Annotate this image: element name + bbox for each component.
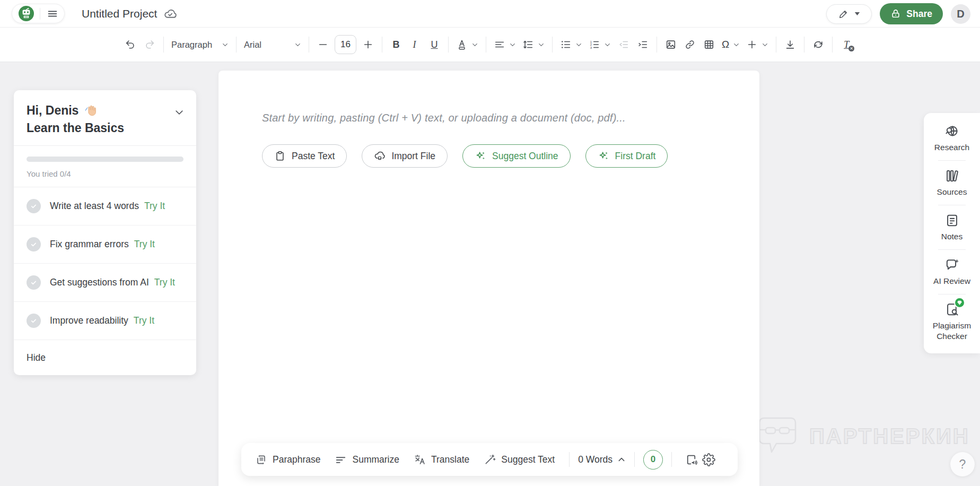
caret-down-icon: [854, 12, 860, 16]
settings-button[interactable]: [702, 453, 715, 466]
sidebar-divider: [938, 205, 966, 205]
check-icon: [27, 314, 41, 328]
undo-button[interactable]: [121, 34, 140, 55]
summarize-button[interactable]: Summarize: [335, 454, 399, 466]
suggest-outline-button[interactable]: Suggest Outline: [462, 144, 571, 168]
gem-icon: [954, 297, 965, 308]
svg-text:3: 3: [590, 46, 592, 49]
text-color-icon: [456, 39, 468, 50]
sidebar-divider: [938, 249, 966, 250]
sidebar-item-plagiarism-checker[interactable]: Plagiarism Checker: [924, 302, 980, 342]
editor-surface[interactable]: Start by writing, pasting (Ctrl + V) tex…: [218, 71, 759, 486]
chevron-up-icon: [617, 455, 626, 464]
paraphrase-button[interactable]: Paraphrase: [255, 454, 320, 466]
try-it-link[interactable]: Try It: [134, 239, 155, 250]
clear-format-icon: T ✕: [844, 39, 849, 50]
indent-button[interactable]: [633, 34, 652, 55]
text-color-button[interactable]: [453, 34, 482, 55]
download-button[interactable]: [781, 34, 800, 55]
check-icon: [27, 199, 41, 213]
lock-icon: [890, 8, 901, 19]
italic-button[interactable]: I: [406, 34, 425, 55]
clipboard-icon: [274, 150, 286, 162]
sidebar-item-notes[interactable]: Notes: [924, 213, 980, 242]
hide-panel-button[interactable]: Hide: [27, 352, 46, 363]
watermark-text: ПАРТНЕРКИН: [809, 424, 970, 448]
import-file-button[interactable]: Import File: [362, 144, 448, 168]
translate-button[interactable]: Translate: [414, 454, 469, 466]
books-icon: [944, 168, 960, 184]
sidebar-divider: [938, 294, 966, 294]
paste-text-button[interactable]: Paste Text: [262, 144, 347, 168]
try-it-link[interactable]: Try It: [154, 277, 175, 288]
image-icon: [665, 39, 677, 50]
bold-button[interactable]: B: [387, 34, 406, 55]
header-actions: Share D: [826, 0, 970, 28]
paraphrase-icon: [255, 454, 267, 466]
align-button[interactable]: [491, 34, 519, 55]
table-icon: [703, 39, 715, 50]
try-it-link[interactable]: Try It: [144, 201, 165, 212]
chevron-down-icon: [538, 41, 545, 48]
collapse-panel-button[interactable]: [174, 107, 185, 118]
hamburger-icon[interactable]: [47, 8, 58, 20]
special-chars-button[interactable]: Ω: [719, 34, 743, 55]
read-aloud-button[interactable]: [685, 453, 698, 466]
font-size-field[interactable]: 16: [335, 35, 356, 54]
robot-logo-icon[interactable]: [19, 6, 34, 21]
cloud-check-icon: [163, 7, 177, 21]
share-button[interactable]: Share: [880, 3, 943, 24]
clear-format-button[interactable]: T ✕: [837, 34, 856, 55]
sidebar-item-research[interactable]: Research: [924, 124, 980, 153]
task-row: Write at least 4 words Try It: [14, 187, 196, 225]
bullet-list-button[interactable]: [557, 34, 585, 55]
progress-caption: You tried 0/4: [27, 169, 183, 178]
insert-link-button[interactable]: [680, 34, 699, 55]
avatar[interactable]: D: [951, 4, 970, 24]
replace-icon: [812, 39, 824, 50]
insert-image-button[interactable]: [661, 34, 680, 55]
paragraph-style-dropdown[interactable]: Paragraph: [168, 34, 232, 55]
sidebar-item-sources[interactable]: Sources: [924, 168, 980, 197]
find-replace-button[interactable]: [809, 34, 828, 55]
app-window: Untitled Project Share D Paragraph: [0, 0, 980, 486]
numbered-list-button[interactable]: 123: [585, 34, 614, 55]
tools-sidebar: Research Sources Notes AI Review Plagiar…: [924, 113, 980, 353]
special-chars-icon: Ω: [722, 39, 729, 50]
suggest-text-button[interactable]: Suggest Text: [484, 454, 555, 466]
outdent-icon: [618, 39, 629, 50]
sidebar-item-ai-review[interactable]: AI Review: [924, 257, 980, 287]
first-draft-button[interactable]: First Draft: [585, 144, 668, 168]
sparkles-icon: [475, 150, 486, 162]
credits-counter[interactable]: 0: [643, 450, 663, 470]
progress-section: You tried 0/4: [14, 146, 196, 187]
cloud-upload-icon: [374, 150, 386, 162]
chevron-down-icon: [294, 41, 301, 48]
insert-more-button[interactable]: [743, 34, 772, 55]
underline-button[interactable]: U: [425, 34, 444, 55]
check-icon: [27, 275, 41, 290]
help-button[interactable]: ?: [950, 452, 975, 476]
minus-icon: [317, 39, 329, 50]
project-title[interactable]: Untitled Project: [82, 7, 157, 20]
notepad-icon: [944, 213, 960, 228]
chevron-down-icon: [222, 41, 229, 48]
decrease-font-button[interactable]: [313, 34, 332, 55]
chevron-down-icon: [509, 41, 516, 48]
read-aloud-icon: [685, 453, 698, 466]
globe-search-icon: [944, 124, 960, 139]
increase-font-button[interactable]: [358, 34, 378, 55]
redo-button[interactable]: [140, 34, 159, 55]
insert-table-button[interactable]: [699, 34, 719, 55]
editing-mode-button[interactable]: [826, 4, 872, 24]
task-row: Get suggestions from AI Try It: [14, 264, 196, 302]
editor-quick-actions: Paste Text Import File Suggest Outline F…: [262, 144, 728, 168]
hide-row: Hide: [14, 340, 196, 375]
word-count-button[interactable]: 0 Words: [578, 454, 626, 465]
line-spacing-button[interactable]: [519, 34, 548, 55]
font-family-dropdown[interactable]: Arial: [241, 34, 304, 55]
numbered-list-icon: 123: [589, 39, 600, 50]
undo-icon: [125, 39, 136, 50]
try-it-link[interactable]: Try It: [134, 315, 154, 326]
outdent-button[interactable]: [614, 34, 633, 55]
